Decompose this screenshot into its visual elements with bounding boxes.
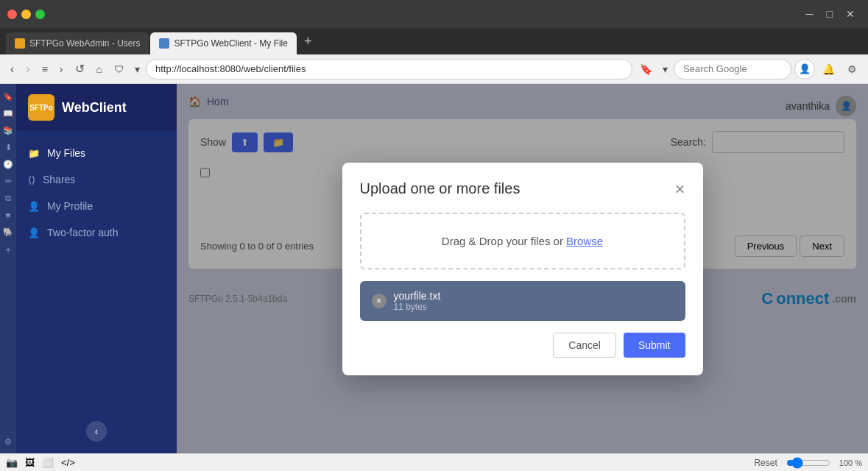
tab-webadmin-label: SFTPGo WebAdmin - Users (29, 38, 140, 49)
my-files-label: My Files (47, 147, 85, 159)
screenshot-button[interactable]: 📷 (6, 457, 18, 468)
my-files-icon: 📁 (28, 148, 40, 159)
tab-webclient[interactable]: SFTPGo WebClient - My File (150, 32, 296, 54)
sidebar-history-icon[interactable]: 📚 (3, 124, 13, 138)
file-remove-button[interactable]: × (372, 294, 387, 308)
win-restore-button[interactable]: □ (821, 7, 839, 21)
nav-url-dropdown-button[interactable]: ▾ (132, 60, 143, 78)
cancel-button[interactable]: Cancel (553, 333, 616, 358)
sidebar-item-my-files[interactable]: 📁 My Files (16, 140, 177, 166)
nav-forward-button[interactable]: › (21, 60, 34, 79)
picture-button[interactable]: 🖼 (25, 457, 35, 468)
file-name: yourfile.txt (394, 290, 441, 302)
nav-shield-button[interactable]: 🛡 (110, 60, 129, 78)
nav-back-button[interactable]: ‹ (6, 60, 18, 79)
reset-button[interactable]: Reset (754, 458, 777, 468)
tab-webadmin-favicon (15, 38, 25, 49)
modal-title: Upload one or more files (360, 180, 521, 197)
close-window-button[interactable] (7, 10, 17, 19)
code-button[interactable]: </> (61, 457, 75, 468)
zoom-level: 100 % (839, 458, 862, 467)
browse-link[interactable]: Browse (566, 235, 603, 247)
nav-dropdown-button[interactable]: ▾ (660, 60, 671, 78)
drop-zone[interactable]: Drag & Drop your files or Browse (360, 213, 685, 269)
tab-webclient-favicon (159, 38, 169, 49)
user-account-button[interactable]: 👤 (794, 59, 815, 79)
sidebar-layers-icon[interactable]: ⧉ (5, 191, 11, 205)
sidebar-settings-icon[interactable]: ⚙ (4, 435, 12, 449)
sidebar-clock-icon[interactable]: 🕐 (3, 157, 13, 171)
submit-button[interactable]: Submit (624, 333, 685, 358)
notification-button[interactable]: 🔔 (818, 59, 839, 79)
zoom-slider[interactable] (786, 457, 830, 469)
sidebar-bookmarks-icon[interactable]: 🔖 (3, 90, 13, 104)
sidebar-collapse-button[interactable]: ‹ (86, 421, 107, 442)
sidebar-nav: 📁 My Files ⟨⟩ Shares 👤 My Profile 👤 Two-… (16, 131, 177, 421)
nav-refresh-button[interactable]: ↺ (71, 59, 89, 79)
file-details: yourfile.txt 11 bytes (394, 290, 441, 312)
sidebar-item-two-factor[interactable]: 👤 Two-factor auth (16, 219, 177, 246)
tab-webadmin[interactable]: SFTPGo WebAdmin - Users (6, 32, 149, 54)
minimize-window-button[interactable] (21, 10, 31, 19)
tab-webclient-label: SFTPGo WebClient - My File (174, 38, 287, 49)
shares-label: Shares (43, 174, 75, 185)
modal-close-button[interactable]: × (674, 180, 685, 198)
nav-bookmarks-button[interactable]: ≡ (38, 60, 52, 78)
two-factor-label: Two-factor auth (47, 227, 119, 238)
sidebar-edit-icon[interactable]: ✏ (5, 174, 12, 188)
two-factor-icon: 👤 (28, 227, 40, 238)
win-close-button[interactable]: ✕ (840, 7, 861, 21)
modal-footer: Cancel Submit (360, 333, 685, 358)
sidebar-downloads-icon[interactable]: ⬇ (5, 141, 12, 155)
address-bar[interactable] (146, 59, 632, 79)
shares-icon: ⟨⟩ (28, 174, 35, 185)
upload-modal: Upload one or more files × Drag & Drop y… (342, 163, 703, 375)
app-logo: SFTPo WebClient (16, 84, 177, 131)
app-title: WebClient (62, 100, 127, 116)
win-min-button[interactable]: ─ (800, 7, 819, 21)
my-profile-icon: 👤 (28, 201, 40, 212)
file-item: × yourfile.txt 11 bytes (360, 281, 685, 321)
modal-header: Upload one or more files × (360, 180, 685, 198)
search-bar[interactable] (674, 59, 791, 79)
logo-box: SFTPo (28, 94, 54, 121)
modal-overlay: Upload one or more files × Drag & Drop y… (177, 84, 868, 453)
my-profile-label: My Profile (47, 200, 93, 212)
nav-home-button[interactable]: ⌂ (92, 60, 107, 78)
new-tab-button[interactable]: + (298, 34, 318, 49)
sidebar-reader-icon[interactable]: 📖 (3, 107, 13, 121)
sidebar-item-shares[interactable]: ⟨⟩ Shares (16, 166, 177, 193)
file-size: 11 bytes (394, 302, 441, 312)
sidebar-item-my-profile[interactable]: 👤 My Profile (16, 193, 177, 219)
nav-more-button[interactable]: › (55, 60, 68, 78)
sidebar-star-icon[interactable]: ★ (4, 208, 12, 222)
maximize-window-button[interactable] (35, 10, 45, 19)
extensions-button[interactable]: ⚙ (841, 59, 862, 79)
bookmark-page-button[interactable]: 🔖 (635, 60, 657, 78)
drop-text: Drag & Drop your files or (442, 235, 563, 247)
window-button[interactable]: ⬜ (42, 457, 54, 468)
sidebar-add-icon[interactable]: + (5, 242, 11, 258)
sidebar-mastodon-icon[interactable]: 🐘 (3, 225, 13, 239)
